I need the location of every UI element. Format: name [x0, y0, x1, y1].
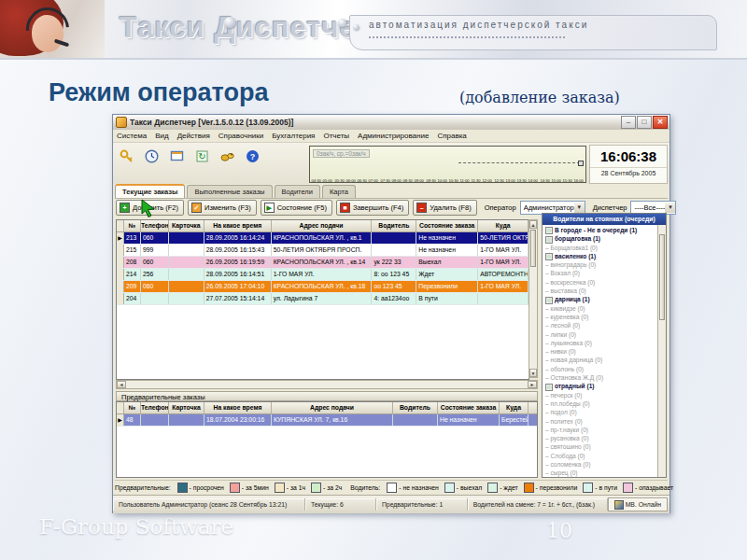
- minimize-button[interactable]: –: [621, 116, 636, 129]
- tree-item[interactable]: выставка (0): [545, 287, 658, 295]
- scroll-left-arrow[interactable]: ◄: [117, 381, 126, 388]
- menu-item[interactable]: Отчеты: [323, 132, 349, 140]
- tree-item[interactable]: отрадный (1): [545, 382, 658, 390]
- tree-item-label: подол (0): [545, 409, 577, 415]
- brand-title: Такси Диспетчер: [120, 11, 375, 45]
- tree-item[interactable]: виноградарь (0): [545, 260, 658, 269]
- orders-col-7[interactable]: Куда: [478, 220, 529, 231]
- orders-col-2[interactable]: Карточка: [169, 220, 204, 231]
- tree-item[interactable]: василенко (1): [545, 252, 658, 260]
- tree-item[interactable]: новая дарница (0): [545, 356, 658, 364]
- tree-item[interactable]: лукьяновка (0): [545, 339, 658, 347]
- pre-orders-col-1[interactable]: Телефон: [141, 402, 169, 413]
- scroll-down-arrow[interactable]: ▼: [529, 369, 537, 377]
- action-button-1[interactable]: ✓Изменить (F3): [188, 200, 257, 216]
- orders-col-5[interactable]: Водитель: [372, 220, 416, 231]
- action-button-2[interactable]: ▶Состояние (F5): [261, 200, 332, 216]
- tree-item[interactable]: борщаговка (1): [545, 234, 658, 243]
- refresh-icon[interactable]: ↻: [194, 148, 210, 164]
- table-row[interactable]: ▶4818.07.2004 23:00:16КУПЯНСКАЯ УЛ. 7, к…: [117, 414, 537, 427]
- tab-3[interactable]: Карта: [322, 185, 356, 198]
- cell: 215: [124, 245, 141, 256]
- tree-item[interactable]: В городе - Не в очереди (1): [545, 226, 658, 234]
- scroll-right-arrow[interactable]: ►: [528, 381, 537, 388]
- table-row[interactable]: ▶21306028.09.2005 16:14:24КРАСНОПОЛЬСКАЯ…: [117, 232, 529, 245]
- orders-col-1[interactable]: Телефон: [141, 220, 169, 231]
- table-row[interactable]: 20427.07.2005 15:14:14ул. Ладыгина 74: а…: [117, 293, 529, 305]
- pre-orders-col-7[interactable]: Куда: [500, 402, 529, 413]
- drivers-scrollbar[interactable]: [657, 225, 666, 477]
- expand-icon[interactable]: [545, 236, 553, 244]
- expand-icon[interactable]: [545, 253, 553, 260]
- table-row[interactable]: 20806026.09.2005 16:19:59КРАСНОПОЛЬСКАЯ …: [117, 257, 529, 269]
- tab-0[interactable]: Текущие заказы: [115, 184, 185, 198]
- orders-vertical-scrollbar[interactable]: ▲ ▼: [529, 219, 538, 378]
- tree-item[interactable]: Слобода (0): [545, 452, 658, 460]
- pre-orders-col-5[interactable]: Водитель: [393, 402, 438, 413]
- table-row[interactable]: 21425628.09.2005 16:14:511-ГО МАЯ УЛ.8: …: [117, 269, 529, 281]
- pre-orders-col-6[interactable]: Состояние заказа: [438, 402, 500, 413]
- expand-icon[interactable]: [545, 384, 553, 391]
- monitor-icon[interactable]: [169, 148, 185, 164]
- tab-1[interactable]: Выполненные заказы: [187, 185, 272, 198]
- tab-2[interactable]: Водители: [275, 185, 320, 198]
- pre-orders-col-2[interactable]: Карточка: [169, 402, 204, 413]
- menu-item[interactable]: Справка: [437, 132, 466, 140]
- orders-col-3[interactable]: На какое время: [204, 220, 272, 231]
- tree-item[interactable]: святошино (0): [545, 442, 658, 451]
- menu-item[interactable]: Бухгалтерия: [272, 132, 315, 140]
- tree-item[interactable]: Борщаговка1 (0): [545, 244, 658, 252]
- color-legend: Предварительные:- просрочен- за 5мин- за…: [115, 480, 668, 495]
- tree-item[interactable]: куреневка (0): [545, 313, 658, 321]
- key-icon[interactable]: [119, 148, 134, 164]
- menu-item[interactable]: Администрирование: [358, 132, 429, 140]
- bubble-decor: [353, 24, 359, 30]
- pre-orders-col-0[interactable]: №: [124, 402, 141, 413]
- menu-item[interactable]: Действия: [177, 132, 210, 140]
- scroll-thumb[interactable]: [659, 234, 665, 320]
- tree-item[interactable]: лесной (0): [545, 321, 658, 329]
- pre-orders-col-4[interactable]: Адрес подачи: [272, 402, 393, 413]
- clock-icon[interactable]: [144, 148, 160, 164]
- close-button[interactable]: ✕: [653, 116, 668, 129]
- action-button-3[interactable]: ■Завершить (F4): [336, 200, 409, 216]
- maximize-button[interactable]: □: [637, 116, 652, 129]
- orders-horizontal-scrollbar[interactable]: ◄ ►: [116, 380, 538, 389]
- tree-item[interactable]: Вокзал (0): [545, 269, 658, 277]
- tree-item[interactable]: соломенка (0): [545, 460, 658, 469]
- scroll-thumb[interactable]: [530, 230, 536, 267]
- orders-col-6[interactable]: Состояние заказа: [416, 220, 478, 231]
- expand-icon[interactable]: [545, 227, 553, 234]
- table-row[interactable]: 20906026.09.2005 17:04:10КРАСНОПОЛЬСКАЯ …: [117, 281, 529, 293]
- orders-col-4[interactable]: Адрес подачи: [272, 220, 373, 231]
- menu-item[interactable]: Система: [117, 132, 147, 140]
- tree-item[interactable]: воскресенка (0): [545, 278, 658, 287]
- tree-item[interactable]: пл.победы (0): [545, 399, 658, 408]
- tree-item[interactable]: дарница (1): [545, 295, 658, 303]
- tree-item[interactable]: политех (0): [545, 417, 658, 426]
- tree-item[interactable]: печерск (0): [545, 391, 658, 399]
- tree-item[interactable]: Остановка Ж.Д (0): [545, 373, 658, 382]
- tree-item[interactable]: оболонь (0): [545, 365, 658, 373]
- tree-item[interactable]: нивки (0): [545, 347, 658, 356]
- legend-item: - выехал: [442, 483, 482, 493]
- pre-orders-col-3[interactable]: На какое время: [204, 402, 272, 413]
- tree-item-label: липки (0): [545, 331, 576, 338]
- tree-item[interactable]: киквидзе (0): [545, 304, 658, 313]
- orders-col-0[interactable]: №: [124, 220, 141, 231]
- tree-item[interactable]: сырец (0): [545, 469, 658, 477]
- add-icon: +: [120, 203, 130, 213]
- help-icon[interactable]: ?: [245, 148, 261, 164]
- birds-icon[interactable]: [219, 148, 235, 164]
- title-bar[interactable]: Такси Диспетчер [Ver.1.5.0.12 (13.09.200…: [113, 115, 669, 131]
- table-row[interactable]: 21599928.09.2005 16:15:4350-ЛЕТИЯ ОКТЯБР…: [117, 245, 529, 257]
- tree-item[interactable]: подол (0): [545, 408, 658, 416]
- expand-icon[interactable]: [545, 297, 553, 304]
- action-button-4[interactable]: –Удалить (F8): [413, 200, 476, 216]
- tree-item[interactable]: липки (0): [545, 330, 658, 339]
- scroll-up-arrow[interactable]: ▲: [529, 220, 537, 229]
- tree-item[interactable]: пр-т.науки (0): [545, 426, 658, 434]
- menu-item[interactable]: Справочники: [218, 132, 263, 140]
- menu-item[interactable]: Вид: [155, 132, 168, 140]
- tree-item[interactable]: русановка (0): [545, 434, 658, 442]
